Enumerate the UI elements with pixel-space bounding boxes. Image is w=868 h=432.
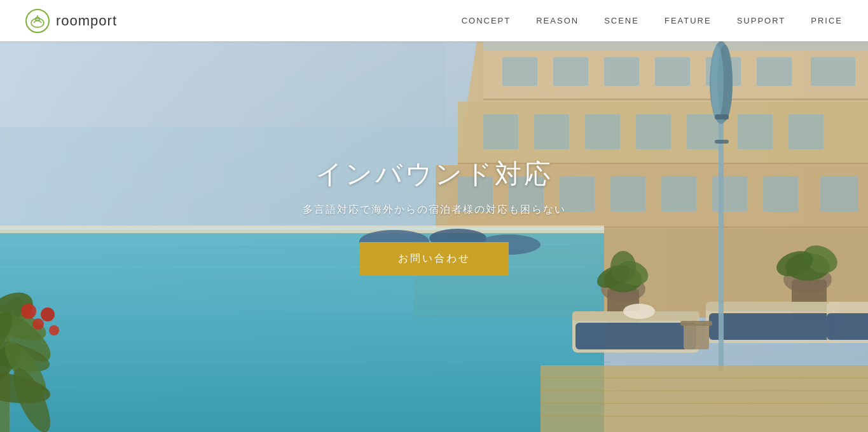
svg-rect-15 xyxy=(502,57,537,86)
hero-subtitle: 多言語対応で海外からの宿泊者様の対応も困らない xyxy=(303,203,566,217)
svg-point-1 xyxy=(31,18,44,27)
svg-point-63 xyxy=(21,304,36,319)
svg-rect-35 xyxy=(763,177,798,212)
logo[interactable]: roomport xyxy=(25,9,117,33)
svg-rect-27 xyxy=(738,114,773,149)
svg-rect-84 xyxy=(709,313,836,340)
svg-rect-93 xyxy=(684,324,709,349)
svg-rect-32 xyxy=(610,177,645,212)
nav-feature[interactable]: FEATURE xyxy=(665,16,712,25)
svg-rect-80 xyxy=(575,323,696,349)
cta-button[interactable]: お問い合わせ xyxy=(360,242,509,276)
hero-content: インバウンド対応 多言語対応で海外からの宿泊者様の対応も困らない お問い合わせ xyxy=(303,156,566,276)
svg-rect-18 xyxy=(655,57,690,86)
svg-rect-36 xyxy=(820,177,858,212)
svg-rect-17 xyxy=(604,57,639,86)
nav-support[interactable]: SUPPORT xyxy=(737,16,786,25)
svg-rect-20 xyxy=(757,57,792,86)
svg-rect-92 xyxy=(715,140,729,144)
header: roomport CONCEPT REASON SCENE FEATURE SU… xyxy=(0,0,868,41)
svg-rect-22 xyxy=(483,114,518,149)
svg-rect-91 xyxy=(715,114,729,119)
hero-title: インバウンド対応 xyxy=(303,156,566,192)
svg-rect-37 xyxy=(483,41,868,51)
svg-rect-28 xyxy=(789,114,823,149)
svg-rect-83 xyxy=(706,302,839,311)
nav-scene[interactable]: SCENE xyxy=(604,16,639,25)
logo-text: roomport xyxy=(56,13,117,29)
svg-rect-24 xyxy=(585,114,620,149)
svg-rect-33 xyxy=(661,177,696,212)
nav-reason[interactable]: REASON xyxy=(536,16,579,25)
svg-rect-23 xyxy=(534,114,569,149)
svg-rect-95 xyxy=(541,365,868,432)
svg-point-90 xyxy=(711,46,724,119)
svg-point-81 xyxy=(623,304,655,319)
svg-point-65 xyxy=(41,307,55,321)
svg-rect-16 xyxy=(553,57,588,86)
svg-rect-34 xyxy=(712,177,747,212)
svg-rect-21 xyxy=(811,57,855,86)
hero-section: インバウンド対応 多言語対応で海外からの宿泊者様の対応も困らない お問い合わせ xyxy=(0,0,868,432)
nav-price[interactable]: PRICE xyxy=(811,16,843,25)
svg-rect-9 xyxy=(483,98,868,100)
svg-point-66 xyxy=(49,325,59,335)
logo-icon xyxy=(25,9,50,33)
nav-concept[interactable]: CONCEPT xyxy=(462,16,511,25)
svg-rect-25 xyxy=(636,114,671,149)
svg-point-72 xyxy=(610,251,636,283)
svg-rect-94 xyxy=(680,321,712,326)
svg-rect-86 xyxy=(827,313,868,340)
nav: CONCEPT REASON SCENE FEATURE SUPPORT PRI… xyxy=(462,16,843,25)
svg-point-64 xyxy=(32,318,44,330)
